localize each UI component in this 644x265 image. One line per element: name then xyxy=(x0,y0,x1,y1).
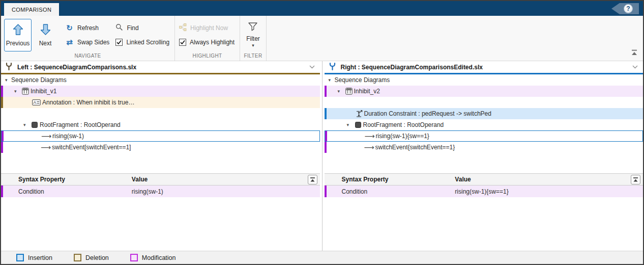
right-pane-filler xyxy=(325,197,643,251)
message-arrow-icon: ⟶ xyxy=(365,132,376,140)
linked-scrolling-label: Linked Scrolling xyxy=(126,39,169,46)
find-button[interactable]: Find xyxy=(115,23,169,33)
deletion-bar xyxy=(1,97,3,108)
annotation-icon: A xyxy=(31,99,42,105)
expander-icon[interactable]: ▾ xyxy=(347,122,353,127)
branch-icon xyxy=(5,62,13,72)
syntax-property-header: Syntax Property xyxy=(1,176,132,183)
branch-icon xyxy=(329,62,336,72)
collapse-pane-button[interactable] xyxy=(308,175,317,184)
deletion-label: Deletion xyxy=(85,254,109,261)
modification-bar xyxy=(1,142,3,153)
table-row-condition[interactable]: Condition rising(sw-1) xyxy=(1,186,320,197)
navigate-group: Previous Next ↻ Refresh ⇄ Swap Sides xyxy=(1,16,175,61)
legend-bar: Insertion Deletion Modification xyxy=(1,251,643,264)
tree-item-rootfragment[interactable]: ▾ RootFragment : RootOperand xyxy=(1,119,320,130)
chevron-down-icon[interactable] xyxy=(632,65,638,69)
modification-label: Modification xyxy=(142,254,176,261)
next-label: Next xyxy=(39,40,52,47)
next-button[interactable]: Next xyxy=(32,19,59,51)
sequence-diagram-icon xyxy=(20,88,31,95)
checkbox-checked-icon xyxy=(115,39,123,46)
svg-text:A: A xyxy=(34,100,37,105)
collapse-pane-button[interactable] xyxy=(631,175,640,184)
arrow-down-icon xyxy=(39,23,52,37)
expander-icon[interactable]: ▾ xyxy=(5,77,11,83)
tree-item-annotation[interactable]: A Annotation : When inhibit is true… xyxy=(1,97,320,108)
chevron-down-icon[interactable] xyxy=(309,65,315,69)
tree-item-inhibit-v2[interactable]: ▾ Inhibit_v2 xyxy=(325,86,643,97)
tree-item-switchevent[interactable]: ⟶ switchEvent[switchEvent==1] xyxy=(1,142,320,153)
legend-deletion: Deletion xyxy=(74,254,109,261)
insertion-label: Insertion xyxy=(28,254,52,261)
fragment-icon xyxy=(353,122,363,128)
pane-divider[interactable] xyxy=(320,61,325,251)
modification-bar xyxy=(325,131,327,141)
previous-button[interactable]: Previous xyxy=(4,19,32,51)
message-arrow-icon: ⟶ xyxy=(364,143,375,151)
previous-label: Previous xyxy=(6,40,30,47)
modification-bar xyxy=(1,86,3,97)
tree-item-switchevent[interactable]: ⟶ switchEvent{switchEvent==1} xyxy=(325,142,643,153)
expander-icon[interactable]: ▾ xyxy=(23,122,30,127)
table-row-condition[interactable]: Condition rising(sw-1){sw==1} xyxy=(325,186,643,197)
tree-empty-row xyxy=(1,108,320,119)
modification-bar xyxy=(1,186,3,197)
tab-comparison[interactable]: COMPARISON xyxy=(4,3,59,16)
filter-group: Filter ▾ FILTER xyxy=(240,16,267,61)
swap-sides-button[interactable]: ⇄ Swap Sides xyxy=(65,37,109,47)
expander-icon[interactable]: ▾ xyxy=(329,77,335,83)
tree-item-sequence-diagrams[interactable]: ▾ Sequence Diagrams xyxy=(1,74,320,86)
right-pane-title: Right : SequenceDiagramComparisonsEdited… xyxy=(341,64,483,71)
toolstrip-spacer xyxy=(267,16,643,61)
checkbox-checked-icon xyxy=(179,39,186,46)
expander-icon[interactable]: ▾ xyxy=(338,89,344,94)
tree-item-rootfragment[interactable]: ▾ RootFragment : RootOperand xyxy=(325,119,643,130)
duration-constraint-icon xyxy=(354,110,364,118)
refresh-button[interactable]: ↻ Refresh xyxy=(65,23,109,33)
deletion-swatch xyxy=(74,254,81,261)
chevron-down-icon: ▾ xyxy=(252,43,254,48)
highlight-now-icon xyxy=(179,23,187,33)
sequence-diagram-icon xyxy=(344,88,354,95)
modification-bar xyxy=(325,186,327,197)
highlight-now-label: Highlight Now xyxy=(190,24,228,32)
arrow-up-icon xyxy=(12,23,24,37)
left-pane: Left : SequenceDiagramComparisons.slx ▾ … xyxy=(1,61,320,251)
left-pane-header: Left : SequenceDiagramComparisons.slx xyxy=(1,61,320,74)
value-header: Value xyxy=(455,176,643,183)
left-table-header: Syntax Property Value xyxy=(1,173,320,186)
linked-scrolling-checkbox[interactable]: Linked Scrolling xyxy=(115,37,169,47)
filter-button[interactable]: Filter ▾ xyxy=(240,16,266,52)
always-highlight-checkbox[interactable]: Always Highlight xyxy=(179,37,235,47)
syntax-property-header: Syntax Property xyxy=(325,176,455,183)
right-tree: ▾ Sequence Diagrams ▾ Inhibit_v2 xyxy=(325,74,643,173)
modification-bar xyxy=(325,142,327,153)
message-arrow-icon: ⟶ xyxy=(41,132,52,140)
left-tree: ▾ Sequence Diagrams ▾ Inhibit_v1 xyxy=(1,74,320,173)
right-pane-header: Right : SequenceDiagramComparisonsEdited… xyxy=(325,61,643,74)
always-highlight-label: Always Highlight xyxy=(190,39,235,46)
tree-item-rising[interactable]: ⟶ rising(sw-1){sw==1} xyxy=(325,130,643,142)
right-table-header: Syntax Property Value xyxy=(325,173,643,186)
find-label: Find xyxy=(127,24,138,32)
swap-sides-label: Swap Sides xyxy=(77,39,109,46)
filter-label: Filter xyxy=(246,35,260,42)
modification-swatch xyxy=(130,254,138,261)
tree-item-sequence-diagrams[interactable]: ▾ Sequence Diagrams xyxy=(325,74,643,86)
tree-item-inhibit-v1[interactable]: ▾ Inhibit_v1 xyxy=(1,86,320,97)
search-icon xyxy=(115,23,123,33)
refresh-label: Refresh xyxy=(77,24,99,32)
toolstrip-tab-bar: COMPARISON ? xyxy=(1,1,643,16)
modification-bar xyxy=(325,86,327,97)
help-icon: ? xyxy=(624,4,633,13)
value-header: Value xyxy=(132,176,320,183)
highlight-section-label: HIGHLIGHT xyxy=(175,52,240,61)
help-button[interactable]: ? xyxy=(611,3,639,14)
tree-item-duration-constraint[interactable]: Duration Constraint : pedRequest -> swit… xyxy=(325,108,643,119)
expander-icon[interactable]: ▾ xyxy=(14,89,20,94)
toolstrip: Previous Next ↻ Refresh ⇄ Swap Sides xyxy=(1,16,643,61)
comparison-window: COMPARISON ? Previous Next xyxy=(0,0,644,265)
tree-item-rising[interactable]: ⟶ rising(sw-1) xyxy=(1,130,320,142)
collapse-toolstrip-button[interactable] xyxy=(631,48,638,58)
